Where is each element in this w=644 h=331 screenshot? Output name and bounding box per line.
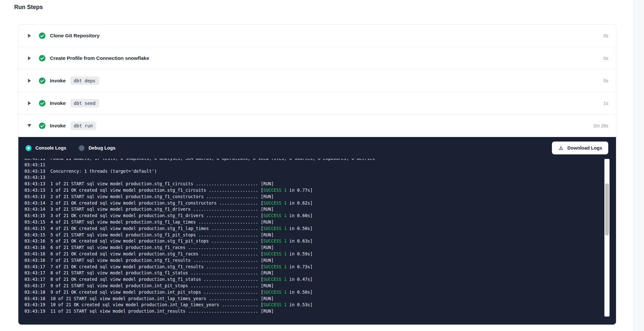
log-line: 03:43:13 (24, 174, 602, 181)
step-label: Invoke (50, 123, 66, 129)
log-line: 03:43:13 1 of 21 START sql view model pr… (24, 181, 602, 187)
run-step-row[interactable]: Clone Git Repository 0s (18, 24, 616, 47)
log-line: 03:43:14 2 of 21 OK created sql view mod… (24, 200, 602, 207)
log-line: 03:43:17 9 of 21 START sql view model pr… (24, 283, 602, 289)
log-line: 03:43:15 4 of 21 OK created sql view mod… (24, 225, 602, 232)
page-gutter (633, 0, 644, 331)
log-tab-label: Console Logs (35, 145, 66, 151)
download-icon (558, 145, 564, 151)
caret-icon[interactable] (27, 123, 32, 129)
log-line: 03:43:11 (24, 162, 602, 168)
log-line: 03:43:17 8 of 21 OK created sql view mod… (24, 276, 602, 283)
step-command-chip: dbt run (70, 122, 96, 130)
radio-icon (25, 145, 32, 151)
log-line: 03:43:14 3 of 21 START sql view model pr… (24, 206, 602, 213)
console-log-output[interactable]: 03:43:11 Found 21 models, 17 tests, 0 sn… (18, 159, 602, 318)
run-step-row[interactable]: Invoke dbt seed 1s (18, 92, 616, 115)
console-toolbar: Console Logs Debug Logs Download Logs (18, 137, 616, 159)
log-line: 03:43:16 6 of 21 OK created sql view mod… (24, 251, 602, 257)
success-check-icon (39, 100, 46, 107)
console-panel: Console Logs Debug Logs Download Logs 03… (18, 137, 616, 325)
run-step-row[interactable]: Create Profile from Connection snowflake… (18, 47, 616, 69)
run-steps-card: Clone Git Repository 0s Create Profile f… (18, 24, 616, 325)
download-logs-button[interactable]: Download Logs (552, 142, 608, 154)
caret-icon[interactable] (27, 78, 32, 84)
page-title: Run Steps (14, 4, 43, 11)
step-duration: 1s (603, 101, 608, 106)
log-line: 03:43:18 10 of 21 START sql view model p… (24, 296, 602, 302)
log-type-radio-group: Console Logs Debug Logs (25, 145, 128, 151)
log-line: 03:43:15 5 of 21 START sql view model pr… (24, 232, 602, 238)
run-step-row[interactable]: Invoke dbt run 2m 26s (18, 115, 616, 137)
log-line: 03:43:13 1 of 21 OK created sql view mod… (24, 187, 602, 194)
step-duration: 0s (603, 78, 608, 83)
run-step-row[interactable]: Invoke dbt deps 0s (18, 69, 616, 92)
log-line: 03:43:16 5 of 21 OK created sql view mod… (24, 238, 602, 244)
log-scrollbar-track[interactable] (604, 159, 610, 317)
success-check-icon (39, 32, 46, 39)
download-logs-label: Download Logs (567, 145, 602, 151)
success-check-icon (39, 122, 46, 129)
log-line: 03:43:13 Concurrency: 1 threads (target=… (24, 168, 602, 175)
caret-icon[interactable] (27, 55, 32, 61)
log-tab-console-logs[interactable]: Console Logs (25, 145, 66, 151)
step-label: Clone Git Repository (50, 33, 99, 39)
log-line: 03:43:19 11 of 21 START sql view model p… (24, 308, 602, 315)
step-duration: 0s (603, 33, 608, 38)
run-steps-list: Clone Git Repository 0s Create Profile f… (18, 24, 616, 137)
success-check-icon (39, 77, 46, 84)
step-label: Invoke (50, 100, 66, 106)
success-check-icon (39, 55, 46, 62)
log-line: 03:43:17 7 of 21 OK created sql view mod… (24, 264, 602, 270)
step-label: Create Profile from Connection snowflake (50, 55, 149, 61)
log-line: 03:43:16 7 of 21 START sql view model pr… (24, 257, 602, 264)
log-line: 03:43:15 3 of 21 OK created sql view mod… (24, 213, 602, 219)
log-scrollbar-thumb[interactable] (605, 183, 609, 235)
log-tab-label: Debug Logs (89, 145, 116, 151)
log-tab-debug-logs[interactable]: Debug Logs (79, 145, 116, 151)
radio-icon (79, 145, 85, 151)
caret-icon[interactable] (27, 100, 32, 106)
step-command-chip: dbt seed (70, 99, 99, 107)
log-line: 03:43:17 8 of 21 START sql view model pr… (24, 270, 602, 276)
log-line: 03:43:13 2 of 21 START sql view model pr… (24, 194, 602, 200)
step-command-chip: dbt deps (70, 77, 99, 85)
log-line: 03:43:19 10 of 21 OK created sql view mo… (24, 302, 602, 308)
caret-icon[interactable] (27, 33, 32, 39)
step-duration: 0s (603, 56, 608, 61)
log-line: 03:43:16 6 of 21 START sql view model pr… (24, 244, 602, 251)
log-line: 03:43:18 9 of 21 OK created sql view mod… (24, 289, 602, 296)
step-label: Invoke (50, 78, 66, 84)
log-line: 03:43:11 Found 21 models, 17 tests, 0 sn… (24, 159, 602, 162)
step-duration: 2m 26s (593, 123, 608, 128)
log-line: 03:43:15 4 of 21 START sql view model pr… (24, 219, 602, 225)
